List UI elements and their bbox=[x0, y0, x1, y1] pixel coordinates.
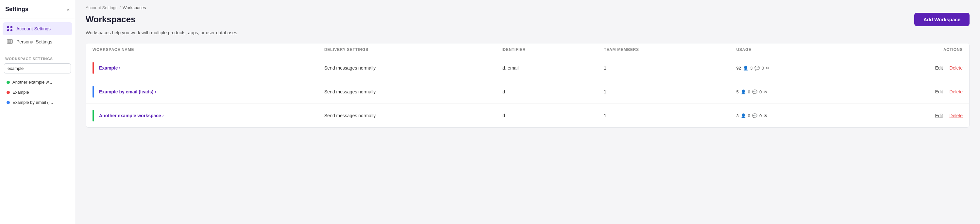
table-header-row: WORKSPACE NAME DELIVERY SETTINGS IDENTIF… bbox=[86, 43, 969, 56]
row1-usage: 92 👤 3 💬 0 ✉ bbox=[730, 56, 857, 80]
row1-actions: Edit Delete bbox=[858, 56, 969, 80]
row2-delete-button[interactable]: Delete bbox=[950, 89, 963, 94]
add-workspace-button[interactable]: Add Workspace bbox=[914, 13, 970, 26]
col-header-name: WORKSPACE NAME bbox=[86, 43, 318, 56]
mail-icon-3: ✉ bbox=[764, 113, 767, 118]
row3-name: Another example workspace bbox=[99, 113, 161, 118]
sidebar-header: Settings « bbox=[0, 0, 75, 19]
sidebar-account-settings-label: Account Settings bbox=[16, 26, 51, 31]
svg-rect-5 bbox=[8, 40, 10, 41]
row1-chevron-icon: › bbox=[119, 66, 121, 70]
workspace-list-label-1: Another example w... bbox=[13, 79, 52, 84]
workspace-list-item-3[interactable]: Example by email (l... bbox=[3, 98, 72, 107]
row3-usage-users: 0 bbox=[748, 113, 750, 118]
row3-accent bbox=[92, 110, 94, 121]
col-header-usage: USAGE bbox=[730, 43, 857, 56]
content-area: Workspaces Add Workspace Workspaces help… bbox=[75, 13, 980, 224]
row1-usage-number: 92 bbox=[736, 66, 741, 70]
sidebar-title: Settings bbox=[5, 6, 29, 13]
row2-usage-conv: 0 bbox=[759, 89, 762, 94]
row1-usage-conv: 0 bbox=[762, 66, 764, 70]
grid-icon bbox=[6, 25, 13, 32]
sidebar-item-account-settings[interactable]: Account Settings bbox=[3, 22, 72, 35]
svg-rect-2 bbox=[7, 29, 9, 31]
user-icon bbox=[6, 38, 13, 45]
col-header-identifier: IDENTIFIER bbox=[495, 43, 597, 56]
row3-usage-number: 3 bbox=[736, 113, 738, 118]
person-icon-2: 👤 bbox=[741, 89, 746, 94]
page-title: Workspaces bbox=[86, 14, 136, 24]
sidebar-item-personal-settings[interactable]: Personal Settings bbox=[3, 35, 72, 48]
row1-edit-button[interactable]: Edit bbox=[935, 65, 943, 70]
table-row-2: Example by email (leads) › Send messages… bbox=[86, 80, 969, 104]
table-row-3: Another example workspace › Send message… bbox=[86, 104, 969, 128]
row2-identifier: id bbox=[495, 80, 597, 104]
breadcrumb-current: Workspaces bbox=[123, 5, 146, 10]
row1-identifier: id, email bbox=[495, 56, 597, 80]
svg-rect-3 bbox=[10, 29, 13, 31]
mail-icon-1: ✉ bbox=[766, 66, 770, 70]
workspace-dot-2 bbox=[6, 91, 10, 94]
row2-name-cell: Example by email (leads) › bbox=[86, 80, 318, 104]
svg-rect-4 bbox=[7, 40, 13, 43]
row1-usage-users: 3 bbox=[750, 66, 752, 70]
svg-rect-1 bbox=[10, 26, 13, 28]
row2-usage-number: 5 bbox=[736, 89, 738, 94]
row1-delivery: Send messages normally bbox=[318, 56, 495, 80]
workspace-list-item-2[interactable]: Example bbox=[3, 87, 72, 97]
row2-workspace-link[interactable]: Example by email (leads) › bbox=[99, 89, 156, 94]
row2-team: 1 bbox=[597, 80, 730, 104]
workspace-dot-3 bbox=[6, 101, 10, 104]
breadcrumb-parent: Account Settings bbox=[86, 5, 118, 10]
row3-delete-button[interactable]: Delete bbox=[950, 113, 963, 118]
row3-usage: 3 👤 0 💬 0 ✉ bbox=[730, 104, 857, 128]
breadcrumb-separator: / bbox=[119, 5, 121, 10]
sidebar-nav: Account Settings Personal Settings bbox=[0, 19, 75, 52]
row1-workspace-link[interactable]: Example › bbox=[99, 65, 121, 70]
table-row-1: Example › Send messages normally id, ema… bbox=[86, 56, 969, 80]
workspace-list-label-3: Example by email (l... bbox=[13, 100, 53, 105]
row2-delivery: Send messages normally bbox=[318, 80, 495, 104]
workspace-search-input[interactable] bbox=[4, 64, 71, 73]
collapse-icon[interactable]: « bbox=[67, 6, 70, 13]
row2-edit-button[interactable]: Edit bbox=[935, 89, 943, 94]
breadcrumb: Account Settings / Workspaces bbox=[75, 0, 980, 13]
svg-rect-0 bbox=[7, 26, 9, 28]
chat-icon-3: 💬 bbox=[752, 113, 757, 118]
row3-usage-conv: 0 bbox=[759, 113, 762, 118]
col-header-delivery: DELIVERY SETTINGS bbox=[318, 43, 495, 56]
person-icon-1: 👤 bbox=[743, 66, 748, 70]
row3-identifier: id bbox=[495, 104, 597, 128]
row3-chevron-icon: › bbox=[162, 113, 164, 118]
row2-usage: 5 👤 0 💬 0 ✉ bbox=[730, 80, 857, 104]
row3-delivery: Send messages normally bbox=[318, 104, 495, 128]
row1-team: 1 bbox=[597, 56, 730, 80]
row1-name: Example bbox=[99, 65, 118, 70]
workspace-dot-1 bbox=[6, 81, 10, 84]
row2-usage-users: 0 bbox=[748, 89, 750, 94]
workspace-list-item-1[interactable]: Another example w... bbox=[3, 77, 72, 87]
row2-actions: Edit Delete bbox=[858, 80, 969, 104]
chat-icon-2: 💬 bbox=[752, 89, 757, 94]
workspace-list: Another example w... Example Example by … bbox=[0, 77, 75, 107]
page-description: Workspaces help you work with multiple p… bbox=[86, 30, 970, 35]
sidebar-personal-settings-label: Personal Settings bbox=[16, 39, 52, 44]
row2-name: Example by email (leads) bbox=[99, 89, 154, 94]
workspace-list-label-2: Example bbox=[13, 90, 29, 95]
row1-name-cell: Example › bbox=[86, 56, 318, 80]
row3-workspace-link[interactable]: Another example workspace › bbox=[99, 113, 164, 118]
row1-delete-button[interactable]: Delete bbox=[950, 65, 963, 70]
row3-name-cell: Another example workspace › bbox=[86, 104, 318, 128]
main-content: Account Settings / Workspaces Workspaces… bbox=[75, 0, 980, 224]
sidebar: Settings « Account Settings bbox=[0, 0, 75, 224]
mail-icon-2: ✉ bbox=[764, 89, 767, 94]
row3-edit-button[interactable]: Edit bbox=[935, 113, 943, 118]
row2-chevron-icon: › bbox=[155, 89, 156, 94]
row2-accent bbox=[92, 86, 94, 98]
workspaces-table-container: WORKSPACE NAME DELIVERY SETTINGS IDENTIF… bbox=[86, 43, 970, 128]
row3-team: 1 bbox=[597, 104, 730, 128]
person-icon-3: 👤 bbox=[741, 113, 746, 118]
workspace-settings-label: WORKSPACE SETTINGS bbox=[0, 52, 75, 64]
row1-accent bbox=[92, 62, 94, 74]
chat-icon-1: 💬 bbox=[754, 66, 760, 70]
